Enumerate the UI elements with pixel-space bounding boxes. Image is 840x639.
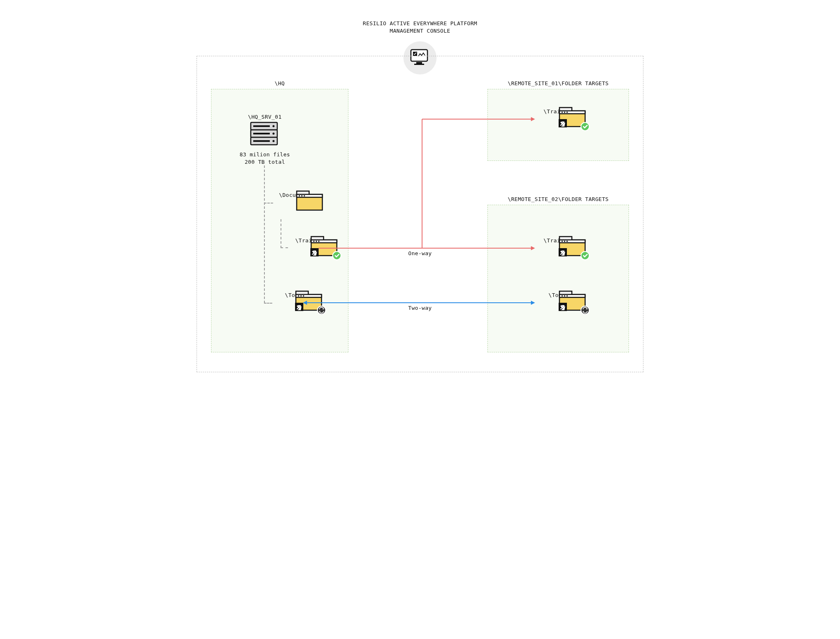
zone-hq-label: \HQ — [211, 80, 348, 86]
zone-remote-2: \REMOTE_SITE_02\FOLDER TARGETS — [487, 205, 629, 352]
hq-folder-tools: \Tools — [272, 290, 318, 298]
tree-branch-training — [281, 247, 288, 248]
folder-icon — [296, 190, 324, 212]
hq-server-name: \HQ_SRV_01 — [238, 114, 292, 120]
zone-remote-1-label: \REMOTE_SITE_01\FOLDER TARGETS — [488, 80, 629, 86]
hq-folder-training: \Training — [288, 236, 333, 244]
hq-folder-documents: \Documents — [273, 190, 319, 198]
folder-shortcut-icon — [559, 290, 588, 314]
arrow-one-way-label: One-way — [395, 250, 445, 256]
hq-server-node: \HQ_SRV_01 83 milion files 200 TB total — [238, 114, 292, 165]
server-rack-icon — [251, 122, 279, 146]
hq-server-stat-1: 83 milion files — [240, 151, 290, 158]
check-badge-icon — [333, 251, 341, 260]
sync-badge-icon — [581, 306, 589, 314]
diagram-canvas: Resilio Active Everywhere Platform Manag… — [166, 0, 674, 389]
check-badge-icon — [581, 122, 589, 131]
folder-shortcut-icon — [295, 290, 325, 314]
remote2-folder-tools: \Tools — [536, 290, 581, 298]
tree-branch-tools — [264, 303, 272, 304]
hq-server-stats: 83 milion files 200 TB total — [238, 151, 292, 165]
tree-branch-documents — [264, 203, 273, 203]
diagram-title: Resilio Active Everywhere Platform Manag… — [166, 20, 674, 35]
remote2-folder-training: \Training — [536, 236, 581, 244]
tree-trunk — [264, 165, 265, 303]
zone-remote-1: \REMOTE_SITE_01\FOLDER TARGETS — [487, 89, 629, 161]
folder-shortcut-icon — [559, 236, 588, 259]
sync-badge-icon — [317, 306, 326, 314]
title-line-1: Resilio Active Everywhere Platform — [166, 20, 674, 27]
zone-remote-2-label: \REMOTE_SITE_02\FOLDER TARGETS — [488, 196, 629, 202]
title-line-2: Management Console — [166, 27, 674, 35]
remote1-folder-training: \Training — [536, 107, 581, 115]
check-badge-icon — [581, 251, 589, 260]
folder-shortcut-icon — [310, 236, 340, 259]
hq-server-stat-2: 200 TB total — [245, 159, 285, 165]
arrow-two-way-label: Two-way — [395, 305, 445, 311]
folder-shortcut-icon — [559, 107, 588, 130]
